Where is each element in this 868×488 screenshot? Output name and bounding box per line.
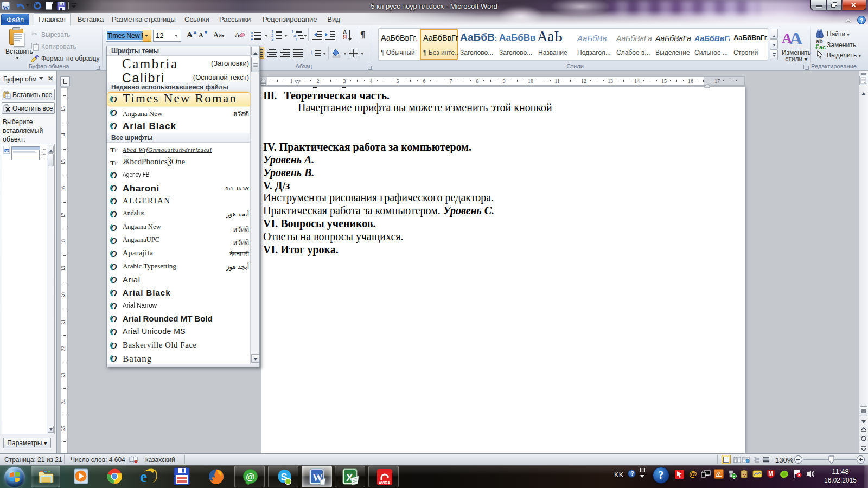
svg-text:@: @ — [246, 472, 255, 482]
svg-text:AVIRA: AVIRA — [379, 481, 390, 485]
svg-text:W: W — [5, 149, 9, 152]
svg-text:e: e — [140, 467, 147, 485]
svg-text:M: M — [769, 471, 773, 477]
